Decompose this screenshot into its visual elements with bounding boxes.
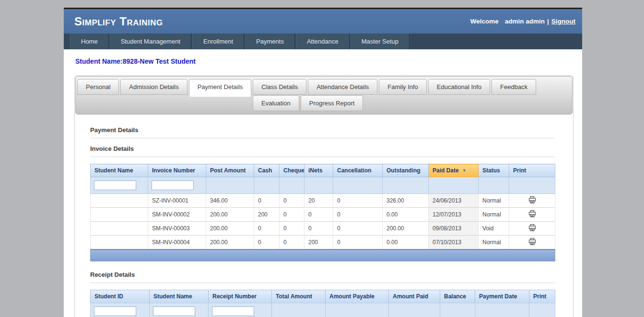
col-paid-date[interactable]: Paid Date▼ bbox=[429, 164, 479, 177]
invoice-row: SM-INV-00003 200.00 0 0 0 0 200.00 09/08… bbox=[91, 222, 555, 236]
sort-desc-icon: ▼ bbox=[462, 168, 467, 173]
divider bbox=[90, 157, 555, 157]
tab-admission-details[interactable]: Admission Details bbox=[120, 79, 187, 95]
nav-item-master-setup[interactable]: Master Setup bbox=[351, 34, 410, 49]
welcome-label: Welcome bbox=[470, 18, 499, 25]
main-nav: Home Student Management Enrollment Payme… bbox=[64, 34, 582, 49]
student-name-heading: Student Name:8928-New Test Student bbox=[75, 57, 582, 65]
filter-student-id-input[interactable] bbox=[94, 306, 136, 316]
tab-payment-details[interactable]: Payment Details bbox=[189, 79, 252, 97]
tab-attendance-details[interactable]: Attendance Details bbox=[308, 79, 377, 95]
col-total-amount[interactable]: Total Amount bbox=[272, 290, 326, 303]
col-invoice-number[interactable]: Invoice Number bbox=[148, 164, 206, 177]
col-payment-date[interactable]: Payment Date bbox=[475, 290, 529, 303]
tab-panel: Personal Admission Details Payment Detai… bbox=[74, 75, 574, 317]
print-icon[interactable] bbox=[528, 196, 536, 204]
signout-link[interactable]: Signout bbox=[551, 18, 575, 25]
tab-feedback[interactable]: Feedback bbox=[492, 79, 536, 95]
tab-row-2: Evaluation Progress Report bbox=[76, 95, 572, 111]
tab-family-info[interactable]: Family Info bbox=[379, 79, 427, 95]
col-receipt-number[interactable]: Receipt Number bbox=[209, 290, 272, 303]
tab-row-1: Personal Admission Details Payment Detai… bbox=[76, 77, 572, 95]
col-print[interactable]: Print bbox=[509, 164, 555, 177]
col-balance[interactable]: Balance bbox=[440, 290, 475, 303]
invoice-filter-row bbox=[91, 177, 555, 194]
col-cash[interactable]: Cash bbox=[254, 164, 280, 177]
col-student-name[interactable]: Student Name bbox=[91, 164, 148, 177]
col-inets[interactable]: iNets bbox=[304, 164, 333, 177]
print-icon[interactable] bbox=[528, 238, 536, 245]
invoice-row: SM-INV-00004 200.00 0 0 200 0 0.00 07/10… bbox=[91, 236, 555, 250]
receipt-filter-row bbox=[91, 303, 555, 317]
user-name: admin admin bbox=[505, 18, 545, 25]
tab-educational-info[interactable]: Educational Info bbox=[428, 79, 490, 95]
col-print[interactable]: Print bbox=[529, 290, 555, 303]
tab-evaluation[interactable]: Evaluation bbox=[253, 95, 299, 111]
divider bbox=[90, 138, 555, 138]
nav-item-home[interactable]: Home bbox=[70, 34, 109, 49]
invoice-row: SZ-INV-00001 346.00 0 0 20 0 326.00 24/0… bbox=[91, 194, 555, 208]
invoice-details-title: Invoice Details bbox=[90, 145, 555, 152]
col-cancellation[interactable]: Cancellation bbox=[333, 164, 383, 177]
col-student-name[interactable]: Student Name bbox=[150, 290, 209, 303]
col-outstanding[interactable]: Outstanding bbox=[383, 164, 429, 177]
filter-student-name-input[interactable] bbox=[94, 181, 136, 190]
print-icon[interactable] bbox=[528, 210, 536, 217]
tab-personal[interactable]: Personal bbox=[77, 79, 119, 95]
filter-receipt-number-input[interactable] bbox=[212, 306, 254, 316]
separator: | bbox=[547, 18, 549, 25]
tab-progress-report[interactable]: Progress Report bbox=[301, 95, 363, 111]
col-amount-paid[interactable]: Amount Paid bbox=[389, 290, 440, 303]
col-cheque[interactable]: Cheque bbox=[280, 164, 304, 177]
divider bbox=[90, 283, 555, 283]
receipt-header-row: Student ID Student Name Receipt Number T… bbox=[91, 290, 555, 303]
brand-logo: Simplify Training bbox=[74, 15, 163, 28]
col-student-id[interactable]: Student ID bbox=[91, 290, 150, 303]
invoice-row: SM-INV-00002 200.00 200 0 0 0 0.00 12/07… bbox=[91, 208, 555, 222]
invoice-pager-bar[interactable] bbox=[91, 249, 555, 261]
print-icon[interactable] bbox=[528, 224, 536, 231]
receipt-table: Student ID Student Name Receipt Number T… bbox=[90, 290, 555, 317]
nav-item-student-management[interactable]: Student Management bbox=[110, 34, 191, 49]
invoice-header-row: Student Name Invoice Number Post Amount … bbox=[91, 164, 555, 177]
invoice-table: Student Name Invoice Number Post Amount … bbox=[90, 164, 555, 261]
top-header: Simplify Training Welcome admin admin | … bbox=[64, 9, 582, 34]
nav-item-payments[interactable]: Payments bbox=[245, 34, 295, 49]
payment-details-title: Payment Details bbox=[90, 126, 555, 134]
nav-item-enrollment[interactable]: Enrollment bbox=[192, 34, 244, 49]
tab-class-details[interactable]: Class Details bbox=[253, 79, 306, 95]
col-amount-payable[interactable]: Amount Payable bbox=[326, 290, 389, 303]
nav-item-attendance[interactable]: Attendance bbox=[296, 34, 350, 49]
col-status[interactable]: Status bbox=[479, 164, 509, 177]
filter-student-name-input[interactable] bbox=[153, 306, 195, 316]
receipt-details-title: Receipt Details bbox=[90, 271, 555, 278]
payment-details-content: Payment Details Invoice Details Student … bbox=[75, 115, 573, 317]
app-window: Simplify Training Welcome admin admin | … bbox=[64, 8, 582, 317]
col-post-amount[interactable]: Post Amount bbox=[206, 164, 254, 177]
tab-strip: Personal Admission Details Payment Detai… bbox=[75, 76, 573, 114]
welcome-area: Welcome admin admin | Signout bbox=[470, 18, 575, 25]
filter-invoice-number-input[interactable] bbox=[152, 181, 194, 190]
